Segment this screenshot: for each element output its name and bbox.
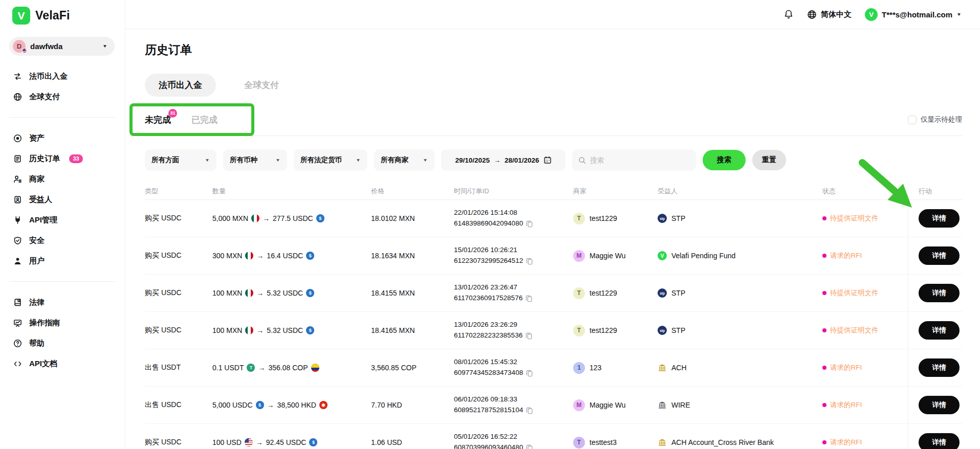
sidebar-item-API管理[interactable]: API管理 [0,210,125,230]
copy-icon[interactable] [526,220,533,228]
sidebar-item-帮助[interactable]: 帮助 [0,333,125,353]
sidebar-item-商家[interactable]: 商家 [0,169,125,189]
user-email: T***s@hotmail.com [882,10,952,19]
column-header-受益人: 受益人 [658,187,822,196]
copy-icon[interactable] [525,332,533,340]
status-dot-icon [822,216,826,220]
usdc-icon: $ [306,252,314,260]
dropdown-value: 所有币种 [230,155,257,165]
beneficiary-name: Velafi Pending Fund [671,252,735,260]
action-cell: 详情 [908,275,962,311]
order-time-id: 13/01/2026 23:26:47611702360917528576 [454,282,573,304]
copy-icon[interactable] [526,257,533,265]
velafi-icon: V [658,251,667,260]
detail-button[interactable]: 详情 [919,284,960,302]
date-to: 28/01/2026 [505,156,539,164]
order-time: 08/01/2026 15:45:32 [454,357,573,368]
beneficiary-cell: ACH Account_Cross River Bank [658,438,822,447]
copy-icon[interactable] [526,407,533,414]
detail-button[interactable]: 详情 [919,396,960,414]
brand-logo-icon: V [12,7,30,25]
sidebar-divider [9,117,116,118]
sidebar-item-安全[interactable]: 安全 [0,230,125,251]
subtab-已完成[interactable]: 已完成 [191,114,217,126]
merchant-name: test1229 [590,214,617,222]
date-range-picker[interactable]: 29/10/2025 → 28/01/2026 [441,149,565,171]
amount-to: 38,500 HKD [277,401,316,409]
orders-icon [13,154,22,163]
status-label: 请求的RFI [830,363,862,372]
brand-name: VelaFi [35,9,70,23]
subtab-未完成[interactable]: 未完成31 [145,114,171,126]
order-price: 7.70 HKD [371,401,454,409]
language-label: 简体中文 [821,10,852,19]
checkbox-icon[interactable] [908,116,917,124]
usdc-icon: $ [256,401,264,409]
guide-icon [13,318,22,327]
sidebar-item-操作指南[interactable]: 操作指南 [0,312,125,333]
sidebar-item-API文档[interactable]: API文档 [0,353,125,374]
search-button[interactable]: 搜索 [703,150,746,170]
action-cell: 详情 [908,200,962,237]
sidebar-item-法律[interactable]: 法律 [0,292,125,312]
language-selector[interactable]: 简体中文 [807,10,852,19]
copy-icon[interactable] [525,295,533,302]
beneficiary-cell: VVelafi Pending Fund [658,251,822,260]
search-input[interactable] [590,156,690,164]
merchant-avatar: T [573,213,585,224]
sidebar-item-label: 用户 [29,256,45,266]
detail-button[interactable]: 详情 [919,246,960,265]
subtab-label: 未完成 [145,115,171,125]
amount-to: 277.5 USDC [273,214,313,222]
detail-button[interactable]: 详情 [919,321,960,340]
arrow-right-icon: → [263,214,270,222]
reset-button[interactable]: 重置 [752,150,786,170]
pending-only-label: 仅显示待处理 [921,115,962,124]
detail-button[interactable]: 详情 [919,433,960,449]
pending-only-checkbox[interactable]: 仅显示待处理 [908,115,962,124]
user-icon [13,256,22,265]
stp-icon: stp [658,214,667,223]
detail-button[interactable]: 详情 [919,209,960,228]
sidebar-item-全球支付[interactable]: 全球支付 [0,86,125,107]
order-id-line: 611702282232385536 [454,330,573,341]
order-id: 612230732995264512 [454,256,523,266]
beneficiary-name: ACH Account_Cross River Bank [671,438,774,446]
sidebar-item-历史订单[interactable]: 历史订单33 [0,148,125,169]
filter-dropdown-所有法定货币[interactable]: 所有法定货币▼ [294,149,367,171]
table-row: 购买 USDC300 MXN→16.4 USDC$18.1634 MXN15/0… [145,237,962,275]
mx-flag-icon [245,289,253,297]
detail-button[interactable]: 详情 [919,358,960,377]
account-selector[interactable]: D dawfwda ▼ [9,37,115,56]
copy-icon[interactable] [526,369,533,377]
beneficiary-name: WIRE [671,401,690,409]
chevron-down-icon: ▼ [423,158,428,162]
order-time: 22/01/2026 15:14:08 [454,208,573,218]
sidebar-item-用户[interactable]: 用户 [0,251,125,271]
sidebar-item-受益人[interactable]: 受益人 [0,189,125,210]
status-badge: 待提供证明文件 [822,326,908,335]
tab-法币出入金[interactable]: 法币出入金 [145,74,216,97]
user-menu[interactable]: V T***s@hotmail.com ▼ [865,8,962,21]
notification-bell-button[interactable] [783,9,794,19]
sidebar-item-法币出入金[interactable]: 法币出入金 [0,66,125,86]
filter-dropdown-所有商家[interactable]: 所有商家▼ [374,149,434,171]
filter-dropdown-所有币种[interactable]: 所有币种▼ [223,149,287,171]
bell-icon [783,9,794,19]
beneficiary-name: STP [671,289,685,297]
globe-icon [13,92,22,101]
order-id: 614839869042094080 [454,218,523,229]
dropdown-value: 所有方面 [151,155,179,165]
co-flag-icon [311,364,319,372]
order-time-id: 22/01/2026 15:14:08614839869042094080 [454,208,573,229]
tab-全球支付[interactable]: 全球支付 [230,74,293,97]
table-row: 出售 USDC5,000 USDC$→38,500 HKD✱7.70 HKD06… [145,387,962,424]
status-subtabs: 未完成31已完成 [145,114,238,126]
filter-dropdown-所有方面[interactable]: 所有方面▼ [145,149,216,171]
stp-icon: stp [658,288,667,298]
copy-icon[interactable] [526,444,533,449]
merchant-cell: 1123 [573,362,658,374]
amount-to: 5.32 USDC [267,289,303,297]
sidebar-item-资产[interactable]: 资产 [0,128,125,148]
calendar-icon [543,156,552,164]
